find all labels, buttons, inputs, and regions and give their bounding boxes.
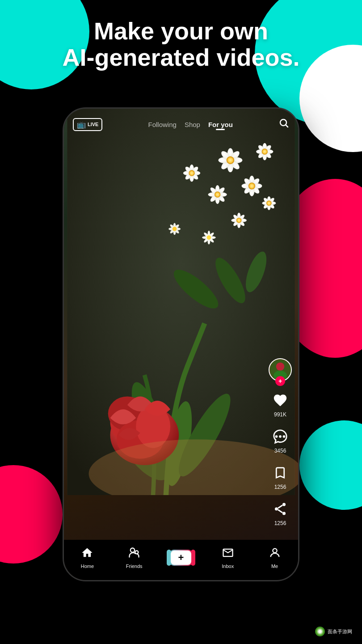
nav-item-inbox[interactable]: Inbox xyxy=(215,547,241,569)
heart-icon xyxy=(270,390,290,410)
svg-line-106 xyxy=(278,505,282,508)
live-tv-icon: 📺 xyxy=(77,120,86,129)
inbox-icon xyxy=(222,547,234,562)
bookmark-count: 1256 xyxy=(274,484,286,490)
headline-line2: AI-generated videos. xyxy=(62,44,299,71)
nav-item-home[interactable]: Home xyxy=(74,547,101,569)
svg-point-108 xyxy=(130,548,135,552)
phone-mockup: 📺 LIVE Following Shop For you xyxy=(63,107,299,581)
svg-point-73 xyxy=(266,201,272,206)
headline: Make your own AI-generated videos. xyxy=(0,18,362,71)
comment-icon xyxy=(270,427,290,446)
watermark-text: 面条手游网 xyxy=(328,628,352,635)
like-count: 991K xyxy=(274,411,286,418)
comment-count: 3456 xyxy=(274,448,286,454)
svg-point-110 xyxy=(273,549,277,553)
nav-item-me[interactable]: Me xyxy=(261,547,288,569)
tab-for-you[interactable]: For you xyxy=(208,121,233,128)
like-button[interactable]: 991K xyxy=(270,390,290,418)
home-icon xyxy=(81,547,93,562)
right-actions: + 991K xyxy=(269,358,292,526)
svg-point-82 xyxy=(207,235,211,240)
svg-line-107 xyxy=(278,510,282,513)
create-button[interactable]: + xyxy=(169,550,193,566)
nav-item-friends[interactable]: Friends xyxy=(121,547,147,569)
watermark-icon xyxy=(315,627,325,636)
bookmark-button[interactable]: 1256 xyxy=(270,463,290,490)
live-text: LIVE xyxy=(88,122,98,127)
svg-point-104 xyxy=(275,507,278,510)
share-count: 1256 xyxy=(274,520,286,526)
svg-point-91 xyxy=(173,227,177,231)
nav-item-create[interactable]: + xyxy=(168,550,194,566)
nav-tabs: Following Shop For you xyxy=(148,121,233,128)
tab-shop[interactable]: Shop xyxy=(185,121,200,128)
home-label: Home xyxy=(81,564,94,569)
share-button[interactable]: 1256 xyxy=(270,499,290,526)
live-badge[interactable]: 📺 LIVE xyxy=(73,118,102,131)
svg-point-46 xyxy=(262,148,268,154)
svg-point-37 xyxy=(215,191,220,197)
svg-point-101 xyxy=(279,435,282,438)
headline-line1: Make your own xyxy=(94,17,268,44)
friends-icon xyxy=(128,547,140,562)
svg-point-98 xyxy=(276,362,284,370)
svg-point-55 xyxy=(236,218,242,223)
flower-background xyxy=(64,109,298,495)
me-label: Me xyxy=(271,564,278,569)
bookmark-icon xyxy=(270,463,290,483)
avatar-container: + xyxy=(269,358,292,381)
video-area: 📺 LIVE Following Shop For you xyxy=(64,109,298,580)
top-navigation: 📺 LIVE Following Shop For you xyxy=(64,109,298,140)
svg-point-102 xyxy=(283,435,286,438)
profile-icon xyxy=(269,547,281,562)
svg-point-100 xyxy=(275,435,278,438)
svg-point-105 xyxy=(282,512,286,515)
svg-point-103 xyxy=(282,503,286,506)
headline-text: Make your own AI-generated videos. xyxy=(0,18,362,71)
svg-point-109 xyxy=(135,551,139,554)
svg-point-28 xyxy=(248,182,255,189)
bottom-navigation: Home Friends + xyxy=(64,540,298,580)
svg-point-19 xyxy=(227,157,234,164)
tab-following[interactable]: Following xyxy=(148,121,177,128)
inbox-label: Inbox xyxy=(222,564,234,569)
watermark: 面条手游网 xyxy=(311,624,357,639)
comment-button[interactable]: 3456 xyxy=(270,427,290,454)
friends-label: Friends xyxy=(126,564,143,569)
plus-icon: + xyxy=(171,551,191,565)
share-icon xyxy=(270,499,290,519)
follow-button[interactable]: + xyxy=(275,376,285,386)
bg-decoration-teal-bottom-right xyxy=(299,420,362,510)
svg-point-64 xyxy=(189,170,194,176)
bg-decoration-red-bottom-left xyxy=(0,465,63,564)
search-icon[interactable] xyxy=(278,118,289,131)
